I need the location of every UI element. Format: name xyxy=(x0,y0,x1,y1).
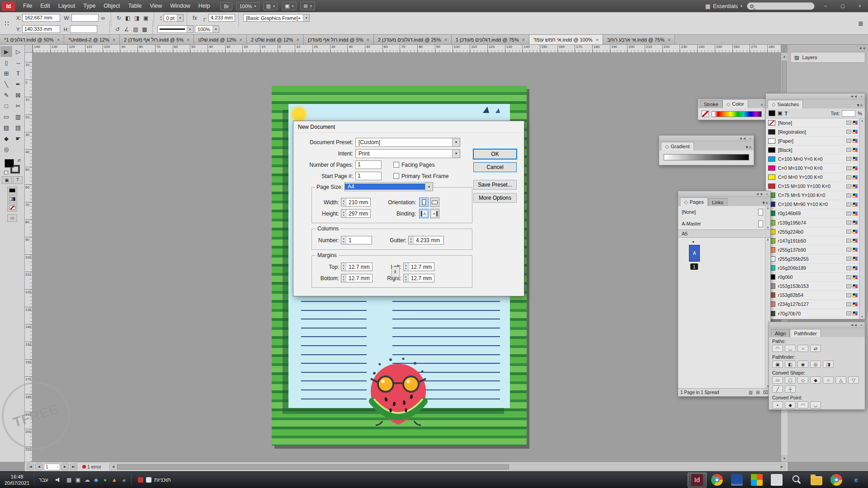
close-tab-icon[interactable]: × xyxy=(668,37,670,42)
bridge-button[interactable]: Br xyxy=(220,2,232,10)
open-path-icon[interactable]: ◡ xyxy=(785,345,796,352)
swatch-row[interactable]: r234g127b127 xyxy=(766,300,865,309)
menu-item[interactable]: Edit xyxy=(36,0,54,12)
binding-left-button[interactable]: A xyxy=(419,209,429,218)
height-field[interactable]: ▲▼297 mm xyxy=(341,209,371,218)
join-path-icon[interactable]: ◠ xyxy=(772,345,783,352)
close-panel-icon[interactable]: × xyxy=(759,103,765,108)
whatsapp-icon[interactable]: ● xyxy=(101,475,110,484)
swatch-row[interactable]: r16g206b189 xyxy=(766,264,865,273)
maximize-button[interactable]: ▢ xyxy=(836,2,849,11)
right-margin-field[interactable]: ▲▼12.7 mm xyxy=(403,274,435,282)
tint-field[interactable] xyxy=(842,110,855,117)
delete-page-icon[interactable]: ⌧ xyxy=(763,390,768,395)
document-tab[interactable]: דגלונים מעודכן 2.indd @ 25% × xyxy=(374,35,452,45)
swatch-row[interactable]: r255g137b90 xyxy=(766,245,865,254)
tab-color[interactable]: ◇Color xyxy=(722,99,748,108)
swatch-row[interactable]: [None] xyxy=(766,118,865,127)
layers-panel-button[interactable]: ▨ Layers xyxy=(790,52,865,63)
document-tab[interactable]: *1 דגלונים.indd @ 50% × xyxy=(0,35,64,45)
taskbar-app-chrome[interactable] xyxy=(708,473,726,488)
scissors-tool[interactable]: ✂ xyxy=(12,100,24,111)
document-tab[interactable]: דגלונים מעודכן 1.indd @ 75% × xyxy=(452,35,529,45)
tab-pages[interactable]: ◇Pages xyxy=(680,197,708,206)
reference-point-proxy[interactable] xyxy=(4,20,10,27)
search-box[interactable] xyxy=(747,2,815,10)
scroll-down-icon[interactable]: ▼ xyxy=(781,455,788,462)
tab-gradient[interactable]: ◇Gradient xyxy=(661,142,694,150)
flip-vertical-icon[interactable]: ◨ xyxy=(132,14,142,22)
tab-align[interactable]: Align xyxy=(771,329,790,337)
text-formatting-icon[interactable]: T xyxy=(784,111,788,116)
primary-text-frame-checkbox[interactable] xyxy=(393,173,399,179)
reverse-path-icon[interactable]: ⇄ xyxy=(810,345,821,352)
apply-color-button[interactable] xyxy=(7,187,17,194)
stepper[interactable]: ▲▼ xyxy=(409,236,414,244)
select-content-icon[interactable]: ▤ xyxy=(131,25,140,33)
taskbar-app-search[interactable] xyxy=(787,473,806,488)
chevron-down-icon[interactable]: ▾ xyxy=(103,465,104,469)
color-spectrum[interactable] xyxy=(712,111,762,117)
orientation-portrait-button[interactable] xyxy=(419,197,429,207)
constrain-proportions-icon[interactable]: ∞ xyxy=(99,14,108,22)
line-tool[interactable]: ╲ xyxy=(0,79,12,89)
zoom-tool[interactable]: ◎ xyxy=(0,144,12,155)
close-tab-icon[interactable]: × xyxy=(113,37,115,42)
apply-gradient-button[interactable] xyxy=(7,195,17,203)
panel-menu-icon[interactable]: ▼≡ xyxy=(743,145,754,150)
document-tab[interactable]: *Untitled-2 @ 12% × xyxy=(64,35,120,45)
taskbar-app-indesign[interactable]: Id xyxy=(688,473,707,488)
taskbar-app-ie[interactable]: e xyxy=(847,473,866,488)
swatch-row[interactable]: r139g195b74 xyxy=(766,218,865,227)
edit-spread-icon[interactable]: ▥ xyxy=(749,390,753,395)
next-page-button[interactable]: ▶ xyxy=(61,464,69,470)
panel-menu-icon[interactable]: ▼≡ xyxy=(760,201,770,206)
convert-ellipse-icon[interactable]: ○ xyxy=(823,376,834,384)
direct-selection-tool[interactable]: ▷ xyxy=(12,46,24,57)
scroll-right-icon[interactable]: ▶ xyxy=(778,464,785,470)
stroke-weight-stepper[interactable]: ▲▼ xyxy=(160,15,162,21)
plain-point-icon[interactable]: ▪ xyxy=(772,401,783,408)
collapse-panels-icon[interactable]: ◄◄ xyxy=(739,136,746,141)
page-thumbnail[interactable]: A xyxy=(689,245,700,262)
close-tab-icon[interactable]: × xyxy=(596,37,599,42)
columns-number-field[interactable]: ▲▼1 xyxy=(341,236,372,244)
convert-inverse-rounded-icon[interactable]: ◆ xyxy=(810,376,821,384)
rectangle-tool[interactable]: □ xyxy=(0,100,12,111)
menu-item[interactable]: Table xyxy=(124,0,146,12)
teamviewer-icon[interactable]: ◆ xyxy=(92,475,101,484)
swatch-row[interactable]: C=100 M=90 Y=10 K=0 xyxy=(766,200,865,209)
add-icon[interactable]: ▣ xyxy=(772,361,783,368)
page-tool[interactable]: ▯ xyxy=(0,57,12,68)
hand-tool[interactable]: ☛ xyxy=(12,133,24,144)
selection-tool[interactable]: ▶ xyxy=(0,46,12,57)
dialog-title[interactable]: New Document xyxy=(293,121,524,133)
intersect-icon[interactable]: ◉ xyxy=(797,361,808,368)
document-tab[interactable]: 2 שלט.indd @ 12% × xyxy=(247,35,304,45)
note-tool[interactable]: ▤ xyxy=(12,122,24,133)
stepper[interactable]: ▲▼ xyxy=(341,198,346,206)
pen-tool[interactable]: ✒ xyxy=(12,79,24,89)
close-tab-icon[interactable]: × xyxy=(187,37,189,42)
content-collector-tool[interactable]: ⊞ xyxy=(0,68,12,79)
free-transform-tool[interactable]: ▭ xyxy=(0,111,12,122)
new-page-icon[interactable]: ⊞ xyxy=(756,390,760,395)
language-indicator[interactable]: עבר xyxy=(34,477,53,483)
panel-menu-icon[interactable]: ▼≡ xyxy=(854,103,865,108)
tab-stroke[interactable]: Stroke xyxy=(700,100,722,108)
gradient-feather-tool[interactable]: ▧ xyxy=(0,122,12,133)
master-row[interactable]: A-Master xyxy=(678,218,770,230)
programs-toolbar[interactable]: תוכניות xyxy=(133,477,175,483)
swatches-scrollbar[interactable]: ▲▼ xyxy=(859,118,865,319)
left-margin-field[interactable]: ▲▼12.7 mm xyxy=(403,263,435,271)
more-options-button[interactable]: More Options xyxy=(473,193,517,203)
smooth-point-icon[interactable]: ◠ xyxy=(797,401,808,408)
display-settings-icon[interactable]: ▣ xyxy=(74,475,83,484)
link-margins-icon[interactable]: ∞ xyxy=(392,267,400,277)
x-position-field[interactable]: 162.667 mm xyxy=(22,14,60,22)
tab-pathfinder[interactable]: Pathfinder xyxy=(790,329,821,337)
arrange-documents-dropdown[interactable]: ⊞▾ xyxy=(300,2,315,10)
collapse-panels-icon[interactable]: ◄◄ xyxy=(859,46,866,50)
taskbar-app-notepad[interactable] xyxy=(767,473,786,488)
horizontal-scroll-thumb[interactable] xyxy=(117,465,509,469)
